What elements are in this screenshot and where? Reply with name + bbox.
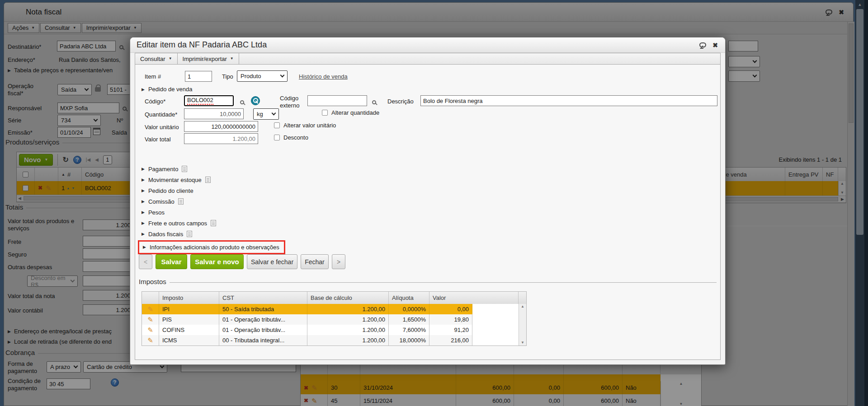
form-icon: [182, 166, 187, 172]
salvar-button[interactable]: Salvar: [156, 254, 187, 269]
alterar-quantidade-label: Alterar quantidade: [331, 109, 379, 116]
form-icon: [178, 198, 184, 205]
section-informacoes-adicionais[interactable]: ▶ Informações adicionais do produto e ob…: [139, 242, 279, 252]
modal-content: Item # 1 Tipo Produto Histórico de venda…: [135, 65, 721, 360]
red-highlight-box: ▶ Informações adicionais do produto e ob…: [138, 240, 285, 254]
section-frete-outros[interactable]: ▶ Frete e outros campos: [135, 218, 452, 229]
valor-unitario-label: Valor unitário: [145, 124, 179, 131]
edit-icon[interactable]: ✎: [147, 327, 153, 333]
unidade-select[interactable]: kg: [253, 108, 279, 120]
pedido-venda-expander[interactable]: ▶ Pedido de venda: [142, 86, 193, 93]
section-pedido-cliente[interactable]: ▶ Pedido do cliente: [135, 185, 452, 196]
expand-icon: ▶: [142, 210, 145, 215]
impostos-legend: Impostos: [139, 278, 166, 285]
divider: [170, 282, 717, 283]
scrollbar-column-header: [519, 292, 526, 304]
desconto-label: Desconto: [283, 134, 308, 141]
section-comissao[interactable]: ▶ Comissão: [135, 196, 452, 207]
expand-icon: ▶: [142, 188, 145, 193]
product-key-icon[interactable]: [251, 96, 260, 105]
expand-icon: ▶: [142, 167, 145, 171]
imposto-row-ipi[interactable]: ✎ IPI 50 - Saída tributada 1.200,00 0,00…: [142, 304, 526, 314]
search-icon[interactable]: [240, 100, 244, 104]
chevron-down-icon: [280, 73, 285, 78]
imposto-row-icms[interactable]: ✎ ICMS 00 - Tributada integral... 1.200,…: [142, 335, 526, 345]
quantidade-input[interactable]: 10,0000: [184, 108, 244, 119]
imposto-row-pis[interactable]: ✎ PIS 01 - Operação tributáv... 1.200,00…: [142, 314, 526, 325]
valor-total-input: 1.200,00: [184, 133, 258, 144]
modal-titlebar: Editar item da NF Padaria ABC Ltda ✖: [130, 37, 725, 53]
modal-menu-consultar[interactable]: Consultar ▼: [135, 53, 178, 64]
base-calculo-column-header[interactable]: Base de cálculo: [307, 292, 389, 304]
modal-title: Editar item da NF Padaria ABC Ltda: [137, 40, 267, 50]
vertical-scrollbar[interactable]: ▼: [519, 335, 526, 345]
expand-icon: ▶: [142, 87, 145, 92]
expand-icon: ▶: [142, 221, 145, 225]
tipo-select[interactable]: Produto: [237, 70, 288, 82]
edit-icon[interactable]: ✎: [147, 306, 153, 313]
alterar-quantidade-checkbox[interactable]: [322, 110, 328, 116]
chevron-down-icon: ▼: [230, 57, 234, 61]
section-dados-fiscais[interactable]: ▶ Dados fiscais: [135, 229, 452, 239]
valor-total-label: Valor total: [145, 136, 171, 143]
edit-item-modal: Editar item da NF Padaria ABC Ltda ✖ Con…: [130, 37, 726, 365]
screen: Nota fiscal ✖ Ações ▼ Consultar ▼ Imprim…: [0, 0, 868, 406]
codigo-label: Código*: [145, 98, 165, 105]
edit-column-header: [142, 292, 159, 304]
codigo-externo-label: Código externo: [280, 95, 307, 110]
item-input[interactable]: 1: [185, 71, 212, 82]
modal-menu-imprimir-exportar[interactable]: Imprimir/exportar ▼: [178, 53, 239, 64]
quantidade-label: Quantidade*: [145, 111, 177, 118]
section-pagamento[interactable]: ▶ Pagamento: [135, 163, 452, 174]
chevron-down-icon: ▼: [169, 57, 172, 61]
tipo-label: Tipo: [222, 73, 233, 80]
aliquota-column-header[interactable]: Alíquota: [389, 292, 429, 304]
descricao-label: Descrição: [387, 98, 414, 105]
next-item-button[interactable]: >: [332, 254, 345, 269]
expand-icon: ▶: [142, 232, 145, 236]
desconto-checkbox[interactable]: [274, 135, 280, 140]
expand-icon: ▶: [142, 177, 145, 182]
vertical-scrollbar[interactable]: [519, 314, 526, 325]
imposto-column-header[interactable]: Imposto: [159, 292, 219, 304]
alterar-valor-unitario-checkbox[interactable]: [274, 122, 280, 128]
search-icon[interactable]: [372, 100, 376, 104]
prev-item-button[interactable]: <: [139, 254, 152, 269]
expand-icon: ▶: [143, 245, 146, 249]
scroll-up-icon[interactable]: ▲: [521, 305, 524, 308]
cst-column-header[interactable]: CST: [219, 292, 307, 304]
section-movimentar-estoque[interactable]: ▶ Movimentar estoque: [135, 174, 452, 185]
fechar-button[interactable]: Fechar: [301, 254, 329, 269]
codigo-externo-input[interactable]: [307, 95, 367, 106]
valor-column-header[interactable]: Valor: [429, 292, 519, 304]
salvar-e-novo-button[interactable]: Salvar e novo: [190, 254, 244, 269]
impostos-table: Imposto CST Base de cálculo Alíquota Val…: [142, 291, 527, 346]
form-icon: [211, 220, 216, 226]
codigo-input[interactable]: BOLO002: [184, 95, 234, 106]
descricao-input[interactable]: Bolo de Floresta negra: [420, 95, 717, 106]
comment-icon[interactable]: [699, 42, 706, 47]
section-pesos[interactable]: ▶ Pesos: [135, 207, 452, 218]
close-icon[interactable]: ✖: [712, 42, 718, 48]
form-icon: [187, 231, 192, 237]
salvar-e-fechar-button[interactable]: Salvar e fechar: [247, 254, 297, 269]
expand-icon: ▶: [142, 199, 145, 204]
imposto-row-cofins[interactable]: ✎ COFINS 01 - Operação tributáv... 1.200…: [142, 325, 526, 335]
vertical-scrollbar[interactable]: ▲: [519, 304, 526, 314]
valor-unitario-input[interactable]: 120,0000000000: [184, 121, 258, 132]
modal-menubar: Consultar ▼ Imprimir/exportar ▼: [135, 53, 721, 65]
edit-icon[interactable]: ✎: [147, 316, 153, 323]
vertical-scrollbar[interactable]: [519, 325, 526, 335]
item-label: Item #: [145, 73, 161, 80]
historico-venda-link[interactable]: Histórico de venda: [299, 73, 348, 80]
scroll-down-icon[interactable]: ▼: [521, 341, 524, 345]
chevron-down-icon: [272, 111, 276, 116]
form-icon: [205, 177, 211, 183]
edit-icon[interactable]: ✎: [147, 337, 153, 344]
alterar-valor-unitario-label: Alterar valor unitário: [283, 122, 336, 129]
